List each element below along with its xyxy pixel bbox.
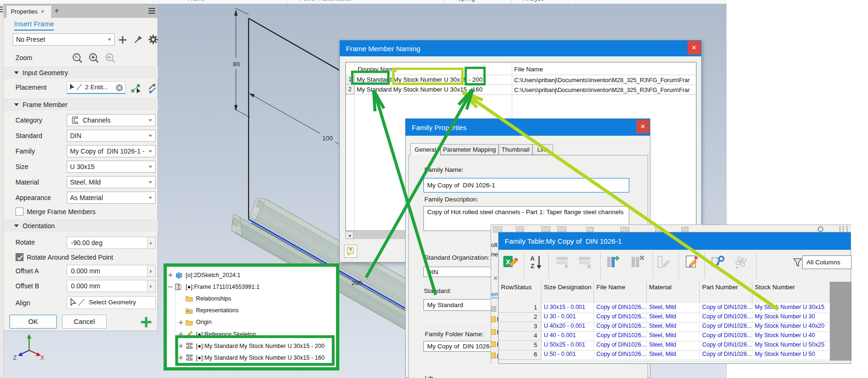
tree-expand-plus-icon[interactable] — [179, 332, 183, 336]
family-table-cell[interactable]: Steel, Mild — [647, 341, 700, 350]
family-table-cell[interactable]: Copy of DIN1026... — [594, 341, 647, 350]
standard-select[interactable]: DIN — [67, 130, 156, 142]
family-table-cell[interactable]: Copy of DIN1026... — [700, 313, 752, 322]
family-table-cell[interactable]: Steel, Mild — [647, 350, 700, 360]
family-table-cell[interactable]: U 40x20 - 0.001 — [541, 322, 594, 332]
tree-item[interactable]: [●]:Reference Skeleton — [179, 330, 256, 338]
family-table-col-rowstatus[interactable]: RowStatus — [499, 282, 541, 303]
family-table-row-number[interactable]: 6 — [499, 350, 541, 360]
ribbon-tab-spring[interactable]: Spring — [458, 0, 475, 2]
delete-column-icon[interactable] — [630, 254, 646, 270]
tab-properties[interactable]: Properties × — [7, 6, 51, 18]
family-table-cell[interactable]: My Stock Number U 50 — [752, 350, 830, 360]
offset-b-expand-icon[interactable] — [148, 280, 156, 292]
align-field[interactable]: Select Geometry — [67, 296, 156, 309]
ribbon-tab-frame[interactable]: Frame — [188, 0, 204, 2]
family-table-cell[interactable]: U 30x15 - 0.001 — [541, 303, 594, 313]
family-table-cell[interactable]: My Stock Number U 40 — [752, 332, 830, 341]
family-table-cell[interactable]: Copy of DIN1026... — [594, 332, 647, 341]
tab-close-icon[interactable]: × — [41, 8, 44, 15]
family-table-titlebar[interactable]: Family Table:My Copy of DIN 1026-1 — [499, 232, 851, 250]
offset-b-field[interactable]: 0.000 mm — [67, 280, 148, 292]
family-table-col-material[interactable]: Material — [647, 282, 700, 303]
ribbon-tab-power-transmission[interactable]: Power Transmission — [299, 0, 352, 2]
cancel-button[interactable]: Cancel — [62, 315, 107, 329]
family-table-row-number[interactable]: 1 — [499, 303, 541, 313]
edit-column-icon[interactable] — [656, 254, 672, 270]
section-input-geometry[interactable]: Input Geometry — [4, 67, 158, 78]
tab-parameter-mapping[interactable]: Parameter Mapping — [440, 144, 499, 155]
column-filter-select[interactable]: All Columns — [802, 255, 852, 269]
family-table-col-file-name[interactable]: File Name — [594, 282, 647, 303]
family-table-cell[interactable]: Copy of DIN1026... — [700, 322, 752, 332]
family-table-cell[interactable]: Copy of DIN1026... — [700, 350, 752, 360]
family-properties-titlebar[interactable]: Family Properties — [406, 119, 650, 136]
filter-icon[interactable] — [792, 257, 803, 268]
frame-member-naming-titlebar[interactable]: Frame Member Naming — [340, 40, 701, 56]
family-table-cell[interactable]: Steel, Mild — [647, 322, 700, 332]
family-properties-close-icon[interactable]: ✕ — [636, 120, 649, 133]
family-table-row-number[interactable]: 4 — [499, 332, 541, 341]
add-preset-icon[interactable] — [117, 34, 128, 46]
edit-cell-icon[interactable] — [684, 254, 700, 270]
family-table-cell[interactable]: Copy of DIN1026... — [594, 350, 647, 360]
excel-edit-icon[interactable]: X — [502, 254, 518, 270]
family-table-cell[interactable]: Copy of DIN1026... — [700, 341, 752, 350]
family-table-cell[interactable]: Copy of DIN1026... — [700, 303, 752, 313]
family-table-row-number[interactable]: 2 — [499, 313, 541, 322]
tree-item[interactable]: Representations — [179, 307, 239, 315]
rotate-field[interactable]: -90.00 deg — [67, 237, 148, 249]
panel-menu-icon[interactable] — [149, 8, 155, 14]
family-table-row-number[interactable]: 3 — [499, 322, 541, 332]
sort-az-icon[interactable]: A Z — [529, 254, 545, 270]
gear-icon[interactable] — [148, 34, 159, 45]
insert-frame-command-tab[interactable]: Insert Frame — [14, 20, 54, 31]
family-table-cell[interactable]: Copy of DIN1026... — [594, 303, 647, 313]
insert-column-icon[interactable] — [605, 254, 621, 270]
tab-general[interactable]: General — [410, 143, 440, 155]
family-table-col-part-number[interactable]: Part Number — [700, 282, 752, 303]
naming-help-button[interactable]: ? — [344, 245, 357, 258]
delete-row-icon[interactable] — [578, 254, 594, 270]
family-table-cell[interactable]: Steel, Mild — [647, 313, 700, 322]
zoom-all-icon[interactable] — [71, 52, 84, 65]
section-orientation[interactable]: Orientation — [4, 220, 158, 231]
tree-expand-minus-icon[interactable] — [168, 285, 172, 289]
key-column-icon[interactable] — [710, 254, 726, 270]
family-table-cell[interactable]: Copy of DIN1026... — [594, 322, 647, 332]
rotate-around-point-checkbox[interactable] — [16, 253, 23, 261]
tree-expand-plus-icon[interactable] — [179, 355, 183, 360]
family-table-cell[interactable]: My Stock Number U 30 — [752, 313, 830, 322]
tab-thumbnail[interactable]: Thumbnail — [499, 144, 532, 155]
family-table-col-stock-number[interactable]: Stock Number — [752, 282, 830, 303]
family-table-cell[interactable]: My Stock Number U 30x15 — [752, 303, 830, 313]
naming-file-name-cell[interactable]: C:\Users\pribanj\Documents\Inventor\M28_… — [514, 77, 696, 84]
family-table-cell[interactable]: U 50 - 0.001 — [541, 350, 594, 360]
tree-item[interactable]: [●]:My Standard My Stock Number U 30x15 … — [179, 342, 325, 350]
frame-member-naming-close-icon[interactable]: ✕ — [688, 41, 701, 54]
merge-frame-members-checkbox[interactable] — [16, 208, 23, 216]
zoom-window-icon[interactable] — [87, 52, 101, 65]
placement-field[interactable]: 2 Entit... — [67, 81, 125, 94]
add-member-button[interactable] — [139, 315, 153, 329]
family-name-field[interactable]: My Copy of DIN 1026-1 — [423, 178, 629, 193]
tree-item[interactable]: [o]:2DSketch_2024:1 — [168, 271, 241, 279]
flip-direction-icon[interactable] — [146, 83, 158, 95]
family-table-row-number[interactable]: 5 — [499, 341, 541, 350]
clear-selection-icon[interactable] — [116, 84, 123, 92]
offset-a-expand-icon[interactable] — [148, 265, 156, 277]
tree-expand-plus-icon[interactable] — [179, 320, 183, 324]
family-table-cell[interactable]: U 40 - 0.001 — [541, 332, 594, 341]
family-table-cell[interactable]: Copy of DIN1026... — [700, 332, 752, 341]
family-table-cell[interactable]: My Stock Number U 50x25 — [752, 341, 830, 350]
rotate-expand-icon[interactable] — [148, 237, 156, 249]
preset-select[interactable]: No Preset — [13, 33, 115, 46]
size-select[interactable]: U 30x15 — [67, 161, 156, 173]
configuration-icon[interactable] — [734, 254, 750, 270]
family-table-cell[interactable]: Steel, Mild — [647, 332, 700, 341]
family-table-cell[interactable]: My Stock Number U 40x20 — [752, 322, 830, 332]
tree-item[interactable]: [●]:Frame 1711014553991:1 — [168, 283, 259, 291]
naming-row-number[interactable]: 1 — [346, 75, 354, 85]
naming-display-name-cell[interactable]: My Standard My Stock Number U 30x15 - 16… — [357, 86, 512, 93]
appearance-select[interactable]: As Material — [67, 192, 156, 204]
